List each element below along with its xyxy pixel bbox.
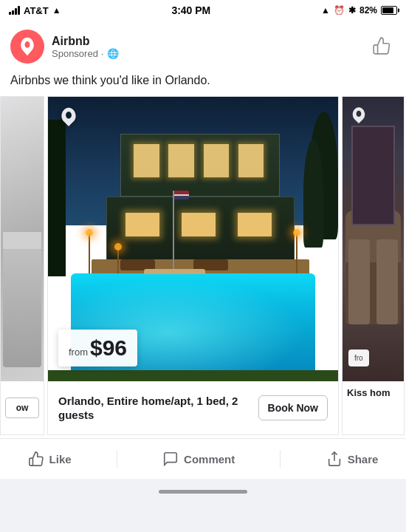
torch-2 [296,233,297,276]
carousel-card-left-partial: ow [0,96,44,435]
torch-3 [117,248,119,276]
price-from-label: from [69,347,88,358]
bottom-area [0,479,406,504]
share-icon [326,451,343,467]
carousel-track: ow [0,96,406,435]
action-bar: Like Comment Share [0,438,406,479]
card-body-left: ow [1,381,44,434]
globe-icon: 🌐 [107,48,119,59]
share-button[interactable]: Share [316,446,389,471]
post-meta: Airbnb Sponsored · 🌐 [52,34,119,59]
battery-percent: 82% [359,5,377,16]
house-upper [120,134,280,197]
window-upper-4 [238,144,264,177]
card-image-inner-left [1,97,44,381]
action-divider-1 [117,450,117,468]
share-label: Share [348,453,379,466]
dot-separator: · [101,48,104,59]
window-lower-2 [182,213,216,236]
advertiser-avatar[interactable] [10,30,44,64]
status-left: AT&T ▲ [9,5,61,16]
airbnb-logo-icon [17,36,38,57]
card-airbnb-logo-right [350,106,368,126]
price-from-right-partial: fro [354,354,363,362]
like-icon [28,451,44,467]
window-upper-2 [168,144,193,177]
advertiser-name[interactable]: Airbnb [52,34,119,48]
window-lower-1 [125,213,159,236]
sofa-cushion-1 [348,239,370,325]
book-now-button[interactable]: Book Now [258,395,328,420]
tree-right-2 [303,140,324,248]
card-airbnb-logo-right-icon [350,106,368,123]
like-header-button[interactable] [368,32,396,62]
price-amount: $96 [90,335,127,361]
card-body-right: Kiss hom [343,381,404,434]
post-card: Airbnb Sponsored · 🌐 Airbnbs we think yo… [0,21,406,479]
sofa-cushion-2 [376,239,398,325]
window-lower-3 [238,213,272,236]
price-badge-right-partial: fro [348,349,369,366]
post-header: Airbnb Sponsored · 🌐 [0,21,406,69]
ground [48,370,338,381]
card-image-right: fro [343,97,404,381]
card-body-main: Orlando, Entire home/apt, 1 bed, 2 guest… [48,381,338,434]
alarm-icon: ⏰ [334,5,345,16]
comment-button[interactable]: Comment [152,446,245,471]
battery-indicator [381,6,397,15]
wifi-icon: ▲ [52,5,61,16]
card-airbnb-logo [58,106,79,129]
location-icon: ▲ [321,5,330,16]
status-right: ▲ ⏰ ✱ 82% [321,5,397,16]
card-description: Orlando, Entire home/apt, 1 bed, 2 guest… [58,394,258,423]
comment-icon [162,451,179,467]
like-label: Like [49,453,72,466]
status-time: 3:40 PM [171,4,210,16]
thumbs-up-icon [372,36,391,55]
card-image-main: from $96 [48,97,338,381]
tree-left-dark [48,120,66,276]
card-image-left [1,97,44,381]
card-airbnb-logo-icon [58,106,79,126]
torch-1 [89,233,90,276]
card-description-right-partial: Kiss hom [347,387,399,400]
bluetooth-icon: ✱ [348,5,356,16]
price-badge: from $96 [58,330,137,366]
window-upper-3 [204,144,229,177]
pool-steps [144,269,205,274]
carrier-label: AT&T [24,5,49,16]
status-bar: AT&T ▲ 3:40 PM ▲ ⏰ ✱ 82% [0,0,406,21]
post-text: Airbnbs we think you'd like in Orlando. [0,69,406,96]
book-button-left-partial[interactable]: ow [5,398,39,418]
carousel-card-main: from $96 Orlando, Entire home/apt, 1 bed… [47,96,339,435]
home-indicator[interactable] [159,490,247,494]
carousel-card-right-partial: fro Kiss hom [342,96,405,435]
sponsored-label: Sponsored [52,48,98,59]
comment-label: Comment [184,453,235,466]
window-upper-1 [134,144,159,177]
like-button[interactable]: Like [18,446,82,471]
wall-art [351,126,394,225]
post-header-left: Airbnb Sponsored · 🌐 [10,30,119,64]
carousel-wrapper: ow [0,96,406,435]
action-divider-2 [280,450,281,468]
signal-icon [9,6,20,15]
post-meta-sub: Sponsored · 🌐 [52,48,119,59]
flag-pole [173,191,174,276]
